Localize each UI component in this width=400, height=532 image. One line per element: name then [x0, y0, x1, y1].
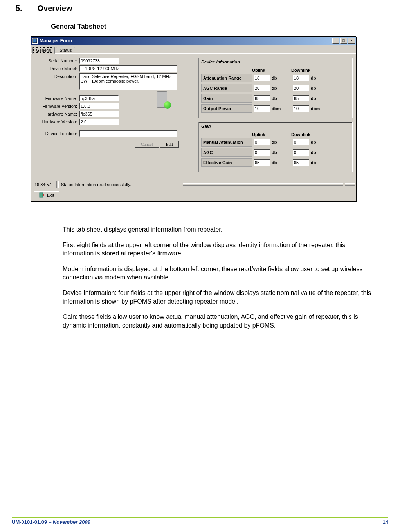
man-downlink-input[interactable] — [293, 139, 309, 145]
footer-date: November 2009 — [53, 519, 90, 525]
output-power-label: Output Power — [201, 104, 252, 113]
agc-downlink-input[interactable] — [293, 85, 309, 91]
svg-rect-0 — [33, 39, 37, 43]
edit-button[interactable]: Edit — [160, 141, 179, 148]
status-spacer — [183, 183, 343, 186]
effective-gain-label: Effective Gain — [201, 158, 252, 167]
body-text: This tab sheet displays general informat… — [63, 225, 377, 329]
status-grip — [345, 183, 355, 186]
exit-icon — [39, 192, 45, 198]
loc-input[interactable] — [79, 130, 177, 137]
gain-panel: Gain Uplink Downlink Manual Attenuation … — [198, 122, 353, 172]
gain-uplink-input[interactable] — [254, 95, 270, 101]
pwr-downlink-input[interactable] — [293, 105, 309, 112]
status-time: 16:34:57 — [32, 181, 57, 188]
window-frame: Manager Form _ □ × General Status Serial… — [31, 36, 356, 202]
hwname-label: Hardware Name: — [34, 111, 79, 116]
window-title: Manager Form — [40, 38, 72, 43]
model-label: Device Model: — [34, 65, 79, 71]
devinfo-col-downlink: Downlink — [291, 68, 330, 72]
footer-page: 14 — [383, 519, 388, 525]
hwver-label: Hardware Version: — [34, 119, 79, 124]
tab-strip: General Status — [31, 45, 356, 53]
loc-label: Device Location: — [34, 130, 79, 136]
status-message: Status Information read successfully. — [58, 181, 181, 188]
man-uplink-input[interactable] — [254, 139, 270, 145]
body-p2: First eight fields at the upper left cor… — [63, 241, 377, 258]
desc-label: Description: — [34, 73, 79, 79]
device-info-panel: Device Information Uplink Downlink Atten… — [198, 58, 353, 118]
serial-label: Serial Number: — [34, 58, 79, 63]
minimize-button[interactable]: _ — [332, 38, 339, 44]
fwver-label: Firmware Version: — [34, 103, 79, 109]
agc-range-label: AGC Range — [201, 84, 252, 92]
section-heading: 5. Overview — [16, 4, 388, 13]
fwname-label: Firmware Name: — [34, 95, 79, 101]
body-p5: Gain: these fields allow user to know ac… — [63, 313, 377, 329]
agc2-downlink-input[interactable] — [293, 149, 309, 156]
close-button[interactable]: × — [348, 38, 355, 44]
hwver-input[interactable] — [79, 119, 119, 125]
hwname-input[interactable] — [79, 111, 119, 117]
body-p1: This tab sheet displays general informat… — [63, 225, 377, 234]
eff-downlink-input[interactable] — [293, 159, 309, 166]
title-bar[interactable]: Manager Form _ □ × — [31, 37, 356, 45]
agc-label: AGC — [201, 148, 252, 157]
subsection-heading: General Tabsheet — [51, 23, 388, 31]
section-number: 5. — [16, 4, 35, 13]
atten-range-label: Attenuation Range — [201, 74, 252, 82]
gain-panel-title: Gain — [199, 122, 352, 130]
gain-label: Gain — [201, 94, 252, 103]
eff-uplink-input[interactable] — [254, 159, 270, 166]
devinfo-col-uplink: Uplink — [252, 68, 291, 72]
atten-downlink-input[interactable] — [293, 75, 309, 81]
section-title: Overview — [38, 4, 72, 13]
agc-uplink-input[interactable] — [254, 85, 270, 91]
agc2-uplink-input[interactable] — [254, 149, 270, 156]
gain-col-uplink: Uplink — [252, 132, 291, 137]
exit-button[interactable]: EExitxit — [34, 191, 59, 199]
fwver-input[interactable] — [79, 103, 119, 109]
model-input[interactable] — [79, 65, 177, 72]
body-p3: Modem information is displayed at the bo… — [63, 265, 377, 282]
atten-uplink-input[interactable] — [254, 75, 270, 81]
fwname-input[interactable] — [79, 95, 119, 101]
footer-docnum: UM-0101-01.09 — [12, 519, 47, 525]
maximize-button[interactable]: □ — [340, 38, 347, 44]
status-bar: 16:34:57 Status Information read success… — [31, 180, 356, 189]
computer-icon — [155, 91, 171, 109]
manual-atten-label: Manual Attenuation — [201, 138, 252, 147]
pwr-uplink-input[interactable] — [254, 105, 270, 112]
body-p4: Device Information: four fields at the u… — [63, 289, 377, 306]
page-footer: UM-0101-01.09 – November 2009 14 — [12, 517, 388, 525]
device-info-title: Device Information — [199, 58, 352, 66]
cancel-button[interactable]: Cancel — [135, 141, 159, 148]
app-icon — [32, 38, 38, 44]
desc-input[interactable]: Band Selective Repeater, EGSM band, 12 M… — [79, 73, 177, 90]
tab-status[interactable]: Status — [56, 47, 75, 53]
gain-col-downlink: Downlink — [291, 132, 330, 137]
gain-downlink-input[interactable] — [293, 95, 309, 101]
tab-general[interactable]: General — [32, 47, 55, 54]
serial-input[interactable] — [79, 58, 119, 64]
